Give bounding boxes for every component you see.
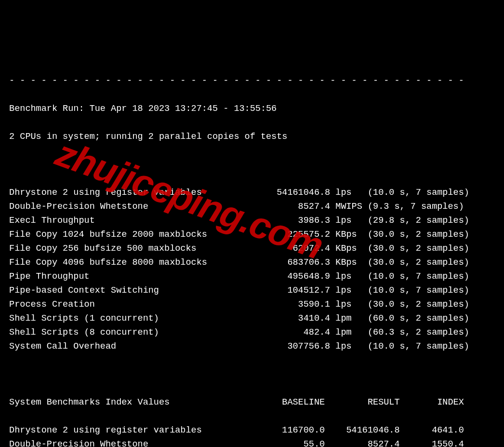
- index-row: Dhrystone 2 using register variables 116…: [4, 423, 500, 437]
- benchmark-test-row: File Copy 4096 bufsize 8000 maxblocks 68…: [4, 256, 500, 270]
- benchmark-test-row: Pipe Throughput 495648.9 lps (10.0 s, 7 …: [4, 270, 500, 284]
- benchmark-test-row: Dhrystone 2 using register variables 541…: [4, 186, 500, 200]
- blank-line: [4, 367, 500, 381]
- benchmark-run-info: Benchmark Run: Tue Apr 18 2023 13:27:45 …: [4, 102, 500, 116]
- cpu-info: 2 CPUs in system; running 2 parallel cop…: [4, 130, 500, 144]
- benchmark-test-row: Pipe-based Context Switching 104512.7 lp…: [4, 284, 500, 298]
- benchmark-test-row: File Copy 1024 bufsize 2000 maxblocks 22…: [4, 228, 500, 242]
- benchmark-test-row: Shell Scripts (8 concurrent) 482.4 lpm (…: [4, 325, 500, 339]
- benchmark-test-row: Shell Scripts (1 concurrent) 3410.4 lpm …: [4, 312, 500, 325]
- blank-line: [4, 158, 500, 172]
- benchmark-test-row: File Copy 256 bufsize 500 maxblocks 6207…: [4, 242, 500, 256]
- benchmark-test-row: System Call Overhead 307756.8 lps (10.0 …: [4, 339, 500, 353]
- benchmark-test-row: Execl Throughput 3986.3 lps (29.8 s, 2 s…: [4, 214, 500, 228]
- terminal-output: - - - - - - - - - - - - - - - - - - - - …: [4, 60, 500, 447]
- separator-line: - - - - - - - - - - - - - - - - - - - - …: [4, 74, 500, 88]
- index-header-row: System Benchmarks Index Values BASELINE …: [4, 395, 500, 409]
- benchmark-test-row: Double-Precision Whetstone 8527.4 MWIPS …: [4, 200, 500, 214]
- benchmark-test-row: Process Creation 3590.1 lps (30.0 s, 2 s…: [4, 298, 500, 312]
- index-row: Double-Precision Whetstone 55.0 8527.4 1…: [4, 437, 500, 447]
